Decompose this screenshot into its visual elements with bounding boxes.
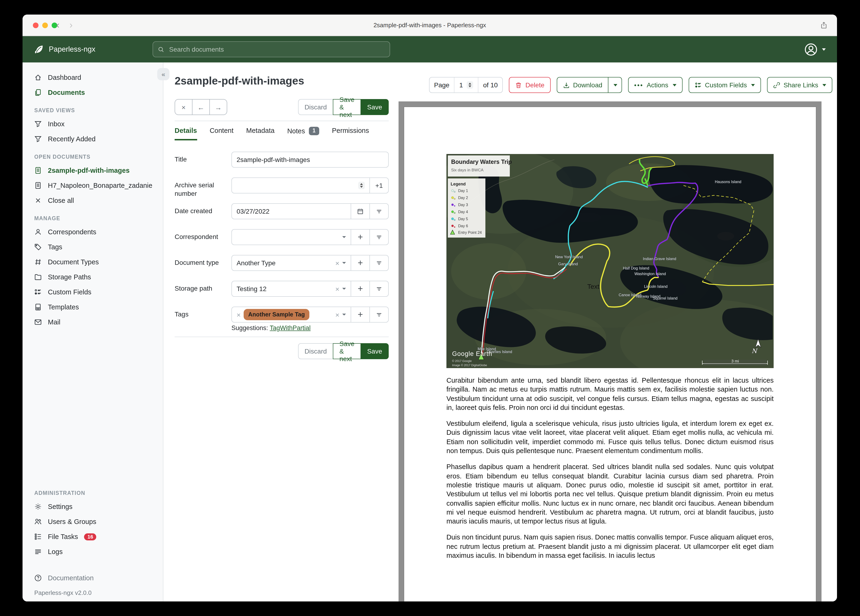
sidebar-item-storage-paths[interactable]: Storage Paths — [22, 269, 163, 284]
sidebar-item-label: H7_Napoleon_Bonaparte_zadanie — [48, 182, 152, 189]
page-number-input[interactable]: 1 — [454, 77, 478, 93]
share-links-button[interactable]: Share Links — [767, 77, 832, 93]
tags-input[interactable]: × Another Sample Tag × — [231, 306, 351, 322]
share-icon[interactable] — [820, 14, 828, 36]
sidebar-item-tags[interactable]: Tags — [22, 239, 163, 255]
add-document-type-button[interactable]: + — [351, 255, 370, 271]
user-menu[interactable] — [804, 42, 826, 56]
remove-tag-icon[interactable]: × — [237, 311, 241, 318]
tab-metadata[interactable]: Metadata — [246, 127, 275, 139]
discard-button[interactable]: Discard — [298, 343, 333, 359]
add-correspondent-button[interactable]: + — [351, 229, 370, 245]
add-tag-button[interactable]: + — [351, 306, 370, 322]
title-input[interactable]: 2sample-pdf-with-images — [231, 152, 389, 168]
sidebar-item-label: Inbox — [48, 120, 64, 128]
clear-icon[interactable]: × — [335, 285, 339, 292]
caret-down-icon — [751, 84, 755, 86]
minimize-window-button[interactable] — [42, 22, 48, 28]
task-list-icon — [34, 533, 42, 541]
tags-filter-button[interactable] — [369, 306, 389, 322]
svg-text:Entry Point 24: Entry Point 24 — [458, 231, 482, 234]
asn-plus-one-button[interactable]: +1 — [369, 178, 389, 193]
person-icon — [34, 228, 42, 236]
previous-document-button[interactable]: ← — [192, 99, 210, 115]
correspondent-select[interactable] — [231, 229, 351, 245]
save-button[interactable]: Save — [361, 99, 389, 115]
tab-details[interactable]: Details — [175, 127, 197, 140]
save-next-button[interactable]: Save & next — [333, 343, 361, 359]
sidebar-collapse-button[interactable]: « — [157, 68, 169, 80]
next-document-button[interactable]: → — [209, 99, 227, 115]
storage-path-select[interactable]: Testing 12× — [231, 281, 351, 297]
document-paragraph: Curabitur bibendum ante urna, sed blandi… — [446, 376, 774, 412]
sidebar-item-correspondents[interactable]: Correspondents — [22, 225, 163, 239]
sidebar-item-inbox[interactable]: Inbox — [22, 116, 163, 132]
sidebar-item-file-tasks[interactable]: File Tasks 16 — [22, 529, 163, 544]
tab-notes[interactable]: Notes1 — [287, 127, 319, 140]
hash-icon — [34, 258, 42, 266]
sidebar-item-label: Dashboard — [48, 74, 81, 81]
close-window-button[interactable] — [33, 22, 39, 28]
asn-input[interactable] — [231, 178, 370, 193]
sidebar-item-label: Correspondents — [48, 228, 96, 236]
actions-button[interactable]: ••• Actions — [628, 77, 682, 93]
sidebar-section-manage: MANAGE — [22, 215, 163, 221]
svg-text:Day 4: Day 4 — [458, 210, 468, 214]
calendar-button[interactable] — [351, 203, 370, 219]
clear-icon[interactable]: × — [335, 259, 339, 266]
download-button[interactable]: Download — [557, 77, 609, 93]
window-title: 2sample-pdf-with-images - Paperless-ngx — [22, 22, 837, 29]
sidebar-item-dashboard[interactable]: Dashboard — [22, 70, 163, 85]
document-type-filter-button[interactable] — [369, 255, 389, 271]
sidebar-item-documents[interactable]: Documents — [22, 85, 163, 100]
pdf-viewer-frame[interactable]: Hausons Island New York Island Gary Isla… — [399, 101, 821, 602]
suggestion-link[interactable]: TagWithPartial — [270, 324, 311, 332]
sidebar-item-recently-added[interactable]: Recently Added — [22, 132, 163, 146]
page-spinner[interactable] — [467, 81, 473, 89]
storage-path-filter-button[interactable] — [369, 281, 389, 297]
delete-button[interactable]: Delete — [509, 77, 551, 93]
correspondent-filter-button[interactable] — [369, 229, 389, 245]
sidebar-item-logs[interactable]: Logs — [22, 544, 163, 559]
download-caret-button[interactable] — [608, 77, 622, 93]
sidebar-item-close-all[interactable]: Close all — [22, 193, 163, 208]
sidebar-item-custom-fields[interactable]: Custom Fields — [22, 284, 163, 300]
tab-permissions[interactable]: Permissions — [332, 127, 369, 139]
sidebar-item-mail[interactable]: Mail — [22, 314, 163, 330]
clear-icon[interactable]: × — [335, 311, 339, 318]
sidebar-item-templates[interactable]: Templates — [22, 300, 163, 314]
sidebar-item-users-groups[interactable]: Users & Groups — [22, 514, 163, 529]
form-row-asn: Archive serial number +1 — [175, 178, 389, 198]
app-brand[interactable]: Paperless-ngx — [22, 44, 95, 55]
app-version: Paperless-ngx v2.0.0 — [22, 586, 163, 596]
sidebar-item-open-doc-2[interactable]: H7_Napoleon_Bonaparte_zadanie — [22, 178, 163, 193]
sidebar-item-document-types[interactable]: Document Types — [22, 255, 163, 269]
custom-fields-button[interactable]: Custom Fields — [689, 77, 761, 93]
discard-button[interactable]: Discard — [298, 99, 333, 115]
save-button[interactable]: Save — [361, 343, 389, 359]
sidebar-footer: Documentation Paperless-ngx v2.0.0 — [22, 570, 163, 602]
date-filter-button[interactable] — [369, 203, 389, 219]
asn-spinner[interactable] — [358, 182, 365, 189]
form-row-tags: Tags × Another Sample Tag × + — [175, 306, 389, 322]
sidebar-item-settings[interactable]: Settings — [22, 499, 163, 514]
sidebar-item-documentation[interactable]: Documentation — [22, 570, 163, 586]
tab-content[interactable]: Content — [210, 127, 234, 139]
field-label: Correspondent — [175, 229, 231, 245]
save-next-button[interactable]: Save & next — [333, 99, 361, 115]
map-label: Indian Grave Island — [643, 256, 676, 261]
browser-forward-icon[interactable]: › — [69, 14, 72, 36]
document-type-select[interactable]: Another Type× — [231, 255, 351, 271]
add-storage-path-button[interactable]: + — [351, 281, 370, 297]
chevron-down-icon — [342, 288, 346, 290]
tag-chip[interactable]: Another Sample Tag — [244, 309, 309, 320]
search-input[interactable] — [168, 45, 385, 53]
close-document-button[interactable]: × — [175, 99, 193, 115]
link-icon — [773, 82, 780, 88]
date-created-input[interactable]: 03/27/2022 — [231, 203, 351, 219]
custom-fields-icon — [34, 288, 42, 296]
sidebar-item-open-doc-1[interactable]: 2sample-pdf-with-images — [22, 163, 163, 178]
browser-back-icon[interactable]: ‹ — [56, 14, 60, 36]
map-copyright-1: © 2017 Google — [452, 360, 472, 363]
global-search[interactable] — [152, 41, 390, 57]
